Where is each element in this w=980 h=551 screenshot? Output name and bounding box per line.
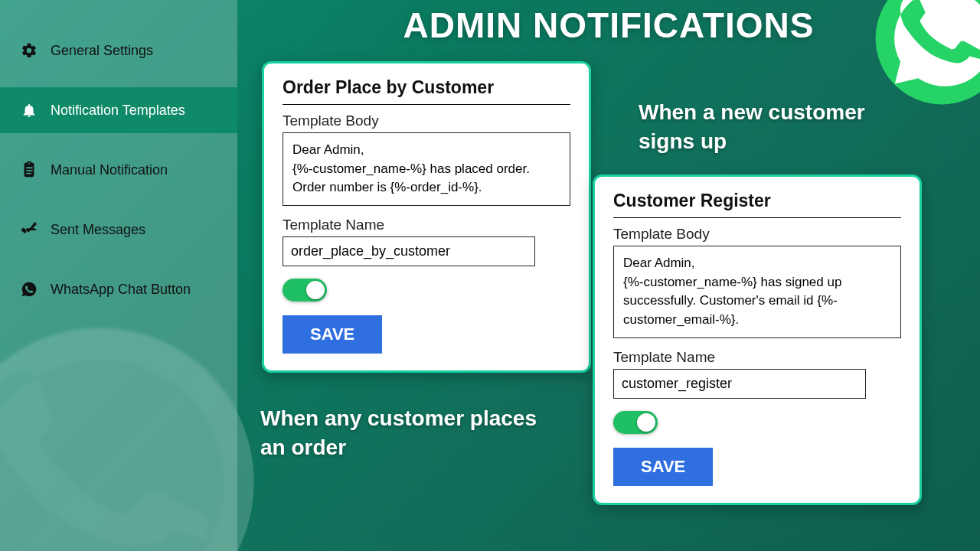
template-body-textarea[interactable]: Dear Admin, {%-customer_name-%} has plac… [283,132,570,206]
sidebar-item-label: General Settings [51,43,153,59]
sidebar-item-manual-notification[interactable]: Manual Notification [0,147,237,193]
gear-icon [20,41,38,60]
card-order-place: Order Place by Customer Template Body De… [262,61,591,373]
card-title: Order Place by Customer [283,77,570,98]
page-title: ADMIN NOTIFICATIONS [237,0,980,46]
save-button[interactable]: SAVE [613,448,713,486]
callout-signup: When a new customer signs up [639,98,922,156]
sidebar-item-label: Manual Notification [51,162,168,178]
template-body-textarea[interactable]: Dear Admin, {%-customer_name-%} has sign… [613,246,901,338]
template-name-label: Template Name [613,349,901,366]
sidebar-item-label: WhatsApp Chat Button [51,282,191,298]
whatsapp-icon [20,280,38,298]
template-name-input[interactable] [613,369,866,399]
card-title: Customer Register [613,191,901,211]
clipboard-icon [20,161,38,179]
template-name-input[interactable] [283,236,535,266]
template-body-label: Template Body [613,226,901,243]
sidebar-item-label: Sent Messages [51,222,145,238]
sidebar-item-sent-messages[interactable]: Sent Messages [0,207,237,253]
double-check-icon [20,220,38,239]
sidebar: General Settings Notification Templates … [0,0,237,551]
template-name-label: Template Name [283,217,570,233]
card-customer-register: Customer Register Template Body Dear Adm… [593,174,922,505]
enable-toggle[interactable] [613,411,658,434]
enable-toggle[interactable] [283,279,327,302]
sidebar-item-label: Notification Templates [51,103,185,119]
sidebar-item-general-settings[interactable]: General Settings [0,28,237,73]
template-body-label: Template Body [283,112,570,129]
divider [283,104,570,105]
sidebar-item-whatsapp-chat-button[interactable]: WhatsApp Chat Button [0,266,237,312]
divider [613,217,901,218]
sidebar-item-notification-templates[interactable]: Notification Templates [0,87,237,133]
bell-icon [20,101,38,119]
callout-order: When any customer places an order [260,404,567,462]
save-button[interactable]: SAVE [283,315,382,354]
